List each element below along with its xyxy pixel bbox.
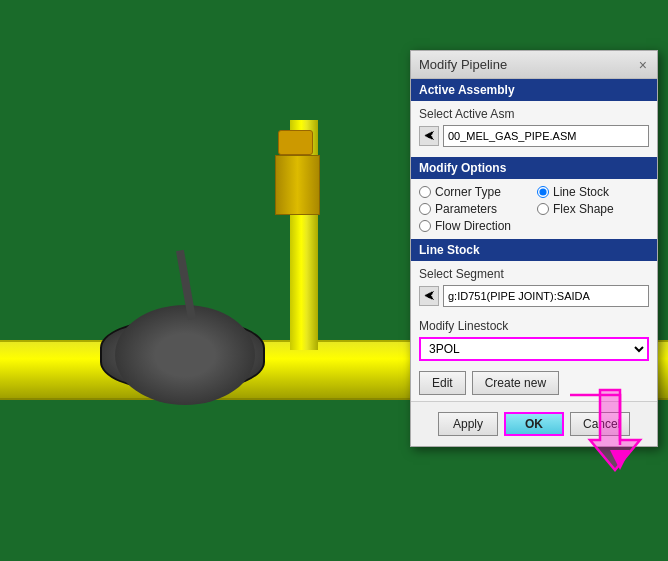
modify-linestock-label: Modify Linestock bbox=[419, 319, 649, 333]
line-stock-label: Line Stock bbox=[553, 185, 609, 199]
select-asm-label: Select Active Asm bbox=[419, 107, 649, 121]
option-flex-shape[interactable]: Flex Shape bbox=[537, 202, 649, 216]
line-stock-header: Line Stock bbox=[411, 239, 657, 261]
option-corner-type[interactable]: Corner Type bbox=[419, 185, 531, 199]
dialog-title: Modify Pipeline bbox=[419, 57, 507, 72]
segment-input[interactable] bbox=[443, 285, 649, 307]
modify-pipeline-dialog: Modify Pipeline × Active Assembly Select… bbox=[410, 50, 658, 447]
radio-line-stock[interactable] bbox=[537, 186, 549, 198]
flex-shape-label: Flex Shape bbox=[553, 202, 614, 216]
active-assembly-header: Active Assembly bbox=[411, 79, 657, 101]
active-assembly-content: Select Active Asm ⮜ bbox=[411, 101, 657, 157]
fitting-top bbox=[275, 155, 320, 215]
corner-type-label: Corner Type bbox=[435, 185, 501, 199]
apply-button[interactable]: Apply bbox=[438, 412, 498, 436]
option-parameters[interactable]: Parameters bbox=[419, 202, 531, 216]
radio-flow-direction[interactable] bbox=[419, 220, 431, 232]
select-segment-label: Select Segment bbox=[419, 267, 649, 281]
modify-options-content: Corner Type Line Stock Parameters Flex S… bbox=[411, 179, 657, 239]
edit-button[interactable]: Edit bbox=[419, 371, 466, 395]
radio-flex-shape[interactable] bbox=[537, 203, 549, 215]
radio-corner-type[interactable] bbox=[419, 186, 431, 198]
segment-input-row: ⮜ bbox=[419, 285, 649, 307]
option-flow-direction[interactable]: Flow Direction bbox=[419, 219, 531, 233]
modify-options-header: Modify Options bbox=[411, 157, 657, 179]
linestock-dropdown[interactable]: 3POL 2POL 4POL 6POL bbox=[419, 337, 649, 361]
option-line-stock[interactable]: Line Stock bbox=[537, 185, 649, 199]
cancel-button[interactable]: Cancel bbox=[570, 412, 630, 436]
fitting-handle bbox=[278, 130, 313, 155]
flow-direction-label: Flow Direction bbox=[435, 219, 511, 233]
radio-parameters[interactable] bbox=[419, 203, 431, 215]
asm-cursor-icon[interactable]: ⮜ bbox=[419, 126, 439, 146]
valve-body bbox=[115, 305, 255, 405]
dialog-titlebar: Modify Pipeline × bbox=[411, 51, 657, 79]
asm-input[interactable] bbox=[443, 125, 649, 147]
create-new-button[interactable]: Create new bbox=[472, 371, 559, 395]
close-button[interactable]: × bbox=[637, 58, 649, 72]
linestock-dropdown-section: Modify Linestock 3POL 2POL 4POL 6POL bbox=[411, 317, 657, 367]
dialog-footer: Apply OK Cancel bbox=[411, 401, 657, 446]
line-stock-content: Select Segment ⮜ bbox=[411, 261, 657, 317]
ok-button[interactable]: OK bbox=[504, 412, 564, 436]
segment-cursor-icon[interactable]: ⮜ bbox=[419, 286, 439, 306]
edit-create-row: Edit Create new bbox=[411, 367, 657, 401]
parameters-label: Parameters bbox=[435, 202, 497, 216]
asm-input-row: ⮜ bbox=[419, 125, 649, 147]
